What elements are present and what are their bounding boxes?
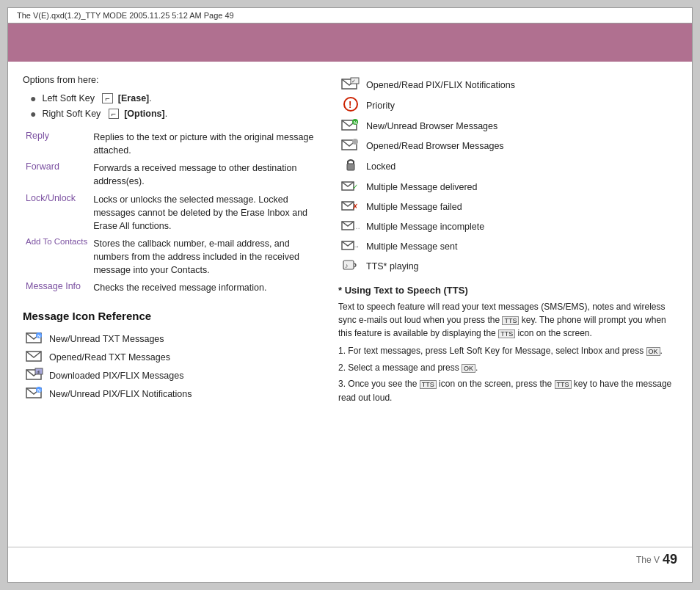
bullet-dot-2: ● [30, 108, 36, 120]
multi-incomplete-icon: … [341, 218, 360, 233]
tts-icon-inline-2: TTS [420, 380, 437, 389]
svg-text:N: N [37, 388, 40, 393]
svg-text:dl: dl [37, 370, 40, 374]
icon-row-multi-sent: → Multiple Message sent [338, 236, 677, 256]
icon-multi-failed: ✗ [338, 197, 363, 216]
left-soft-key-label: Left Soft Key ⌐ [Erase]. [42, 93, 151, 103]
menu-table: Reply Replies to the text or picture wit… [23, 128, 324, 296]
menu-desc-lockunlock: Locks or unlocks the selected message. L… [90, 191, 324, 235]
tts-key-inline-2: TTS [555, 380, 572, 389]
icon-browser-read [338, 136, 363, 156]
erase-label: [Erase] [118, 93, 149, 103]
icon-locked [338, 156, 363, 177]
left-column: Options from here: ● Left Soft Key ⌐ [Er… [23, 75, 324, 407]
menu-item-addtocontacts: Add To Contacts Stores the callback numb… [23, 235, 324, 279]
icon-ref-table: N New/Unread TXT Messages Opened/Rea [23, 329, 324, 403]
icon-row-browser-new: N New/Unread Browser Messages [338, 116, 677, 136]
bullet-dot-1: ● [30, 92, 36, 104]
icon-label-browser-new: New/Unread Browser Messages [363, 116, 677, 136]
icon-label-multi-incomplete: Multiple Message incomplete [363, 216, 677, 236]
icon-label-locked: Locked [363, 156, 677, 177]
bullet-item-left-soft-key: ● Left Soft Key ⌐ [Erase]. [30, 92, 324, 104]
color-strip [8, 23, 692, 62]
bullet-list: ● Left Soft Key ⌐ [Erase]. ● Right Soft … [30, 92, 324, 120]
footer-brand: The V [636, 555, 660, 565]
browser-read-icon [341, 137, 360, 152]
icon-row-read-txt: Opened/Read TXT Messages [23, 348, 324, 366]
tts-playing-icon: ♪ [342, 258, 360, 272]
icon-multi-delivered: ✓ [338, 177, 363, 197]
menu-label-lockunlock: Lock/Unlock [23, 191, 90, 235]
icon-label-multi-failed: Multiple Message failed [363, 197, 677, 216]
svg-text:!: ! [349, 99, 351, 110]
tts-step-1: 1. For text messages, press Left Soft Ke… [338, 344, 677, 358]
right-soft-key-label: Right Soft Key ⌐ [Options]. [42, 109, 167, 119]
icon-priority: ! [338, 95, 363, 116]
new-txt-icon: N [26, 331, 43, 344]
icon-label-dl-pix: Downloaded PIX/FLIX Messages [46, 366, 324, 385]
icon-label-tts-playing: TTS* playing [363, 256, 677, 276]
svg-text:…: … [353, 222, 360, 230]
ok-key-1: OK [646, 347, 660, 356]
read-txt-icon [26, 349, 43, 363]
icon-label-browser-read: Opened/Read Browser Messages [363, 136, 677, 156]
svg-text:✓: ✓ [352, 183, 358, 191]
icon-row-new-txt: N New/Unread TXT Messages [23, 329, 324, 348]
icon-label-read-pix-notif: Opened/Read PIX/FLIX Notifications [363, 75, 677, 95]
icon-multi-incomplete: … [338, 216, 363, 236]
menu-label-messageinfo: Message Info [23, 279, 90, 296]
priority-icon: ! [343, 96, 359, 112]
page-container: The V(E).qxd(1.2)_TTY MODE 2005.11.25 5:… [7, 7, 693, 583]
multi-failed-icon: ✗ [341, 198, 360, 213]
tts-steps: 1. For text messages, press Left Soft Ke… [338, 344, 677, 404]
svg-text:N: N [354, 120, 357, 125]
content-area: Options from here: ● Left Soft Key ⌐ [Er… [8, 62, 692, 416]
right-icon-table: ✓ Opened/Read PIX/FLIX Notifications ! [338, 75, 677, 276]
bullet-item-right-soft-key: ● Right Soft Key ⌐ [Options]. [30, 108, 324, 120]
page-header: The V(E).qxd(1.2)_TTY MODE 2005.11.25 5:… [8, 8, 692, 23]
icon-ref-title: Message Icon Reference [23, 310, 324, 322]
menu-item-messageinfo: Message Info Checks the received message… [23, 279, 324, 296]
downloaded-pix-icon: dl [26, 368, 43, 381]
svg-point-19 [352, 139, 358, 145]
footer-page-number: 49 [663, 552, 677, 567]
icon-new-txt: N [23, 329, 46, 348]
ok-key-2: OK [462, 364, 475, 373]
icon-read-txt [23, 348, 46, 366]
icon-row-priority: ! Priority [338, 95, 677, 116]
icon-label-multi-sent: Multiple Message sent [363, 236, 677, 256]
icon-read-pix-notif: ✓ [338, 75, 363, 95]
icon-row-locked: Locked [338, 156, 677, 177]
icon-row-multi-failed: ✗ Multiple Message failed [338, 197, 677, 216]
erase-key-icon: ⌐ [102, 93, 112, 103]
page-footer: The V 49 [8, 547, 692, 567]
browser-new-icon: N [341, 117, 360, 132]
icon-row-new-pix: N New/Unread PIX/FLIX Notifications [23, 385, 324, 403]
new-pix-notif-icon: N [26, 386, 43, 399]
svg-text:✗: ✗ [352, 203, 358, 211]
multi-sent-icon: → [341, 238, 360, 252]
icon-row-tts-playing: ♪ TTS* playing [338, 256, 677, 276]
icon-label-new-txt: New/Unread TXT Messages [46, 329, 324, 348]
menu-item-forward: Forward Forwards a received message to o… [23, 159, 324, 190]
header-text: The V(E).qxd(1.2)_TTY MODE 2005.11.25 5:… [17, 11, 234, 20]
menu-desc-messageinfo: Checks the received message information. [90, 279, 324, 296]
options-title: Options from here: [23, 75, 324, 85]
svg-text:→: → [353, 243, 360, 250]
icon-label-priority: Priority [363, 95, 677, 116]
menu-label-forward: Forward [23, 159, 90, 190]
menu-desc-addtocontacts: Stores the callback number, e-mail addre… [90, 235, 324, 279]
multi-delivered-icon: ✓ [341, 178, 360, 193]
icon-row-read-pix-notif: ✓ Opened/Read PIX/FLIX Notifications [338, 75, 677, 95]
tts-step-2: 2. Select a message and press OK. [338, 361, 677, 375]
menu-item-reply: Reply Replies to the text or picture wit… [23, 128, 324, 159]
right-column: ✓ Opened/Read PIX/FLIX Notifications ! [338, 75, 677, 407]
options-label: [Options] [124, 109, 165, 119]
icon-row-multi-incomplete: … Multiple Message incomplete [338, 216, 677, 236]
icon-row-multi-delivered: ✓ Multiple Message delivered [338, 177, 677, 197]
icon-label-multi-delivered: Multiple Message delivered [363, 177, 677, 197]
options-key-icon: ⌐ [109, 109, 119, 119]
svg-text:✓: ✓ [351, 79, 356, 84]
svg-text:♪: ♪ [345, 262, 349, 269]
tts-icon-inline-1: TTS [498, 329, 515, 338]
